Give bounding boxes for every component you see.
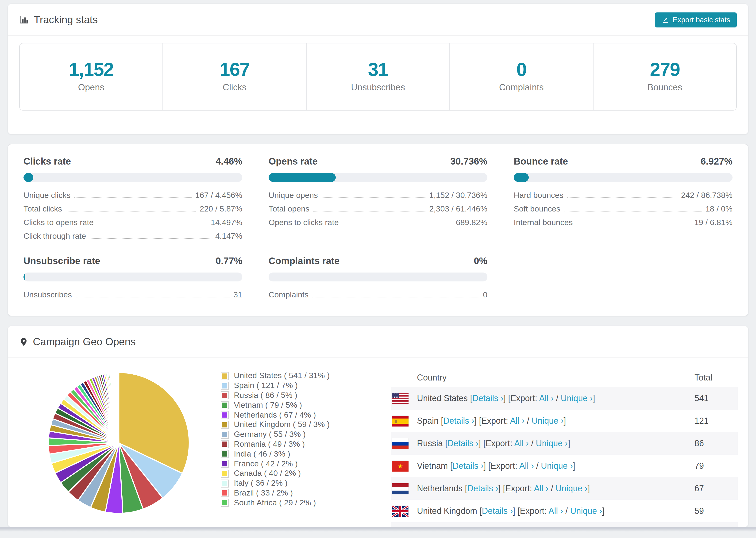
stat-row-label: Total clicks xyxy=(24,204,62,214)
legend-label: Vietnam ( 79 / 5% ) xyxy=(234,401,302,410)
stat-row-value: 1,152 / 30.736% xyxy=(429,191,487,200)
legend-swatch-color xyxy=(222,383,227,388)
bracket: [ xyxy=(450,461,453,470)
legend-swatch xyxy=(221,450,229,458)
details-link[interactable]: Details › xyxy=(453,461,483,470)
pie-slice-other-43 xyxy=(119,372,119,443)
export-all-link[interactable]: All › xyxy=(514,439,529,448)
legend-swatch-color xyxy=(222,393,227,398)
legend-swatch xyxy=(221,470,229,478)
bracket: ] xyxy=(564,416,566,425)
export-unique-link[interactable]: Unique › xyxy=(531,416,564,425)
summary-label-opens: Opens xyxy=(20,82,163,93)
legend-swatch-color xyxy=(222,403,227,408)
export-label: [Export: xyxy=(488,461,519,470)
bracket: ] xyxy=(474,416,479,425)
summary-cell-opens: 1,152Opens xyxy=(20,43,163,110)
rate-title-label: Unsubscribe rate xyxy=(24,255,100,266)
details-link[interactable]: Details › xyxy=(472,394,503,403)
stat-row-value: 689.82% xyxy=(456,218,487,228)
rate-rows: Unsubscribes31 xyxy=(24,286,242,300)
legend-swatch-color xyxy=(222,412,227,418)
geo-country-table: CountryTotalUnited States [Details ›] [E… xyxy=(391,368,738,527)
export-unique-link[interactable]: Unique › xyxy=(561,394,593,403)
bracket: ] xyxy=(568,439,570,448)
export-all-link[interactable]: All › xyxy=(549,506,563,515)
rate-rows: Hard bounces242 / 86.738%Soft bounces18 … xyxy=(514,187,732,228)
dotted-leader xyxy=(90,238,211,239)
export-basic-stats-button[interactable]: Export basic stats xyxy=(655,12,737,27)
summary-label-unsubscribes: Unsubscribes xyxy=(307,82,450,93)
stat-row-value: 14.497% xyxy=(211,218,242,228)
progress-bar xyxy=(24,273,242,282)
export-unique-link[interactable]: Unique › xyxy=(556,484,587,493)
rate-title-label: Opens rate xyxy=(269,156,318,167)
bracket: [ xyxy=(445,439,448,448)
rate-rows: Unique clicks167 / 4.456%Total clicks220… xyxy=(24,187,242,241)
legend-swatch xyxy=(221,421,229,429)
table-cell-flag xyxy=(391,393,417,404)
rate-head-unsubscribe-rate: Unsubscribe rate0.77% xyxy=(24,255,242,266)
details-link[interactable]: Details › xyxy=(448,439,478,448)
progress-bar xyxy=(269,273,487,282)
stat-row-value: 242 / 86.738% xyxy=(681,191,732,200)
table-row-spain: Spain [Details ›] [Export: All › / Uniqu… xyxy=(391,409,738,432)
rate-title-label: Clicks rate xyxy=(24,156,71,167)
export-unique-link[interactable]: Unique › xyxy=(536,439,568,448)
geo-pie-legend: United States ( 541 / 31% )Spain ( 121 /… xyxy=(221,371,376,508)
progress-bar xyxy=(24,173,242,182)
summary-value-bounces: 279 xyxy=(593,59,736,79)
stat-row-complaints: Complaints0 xyxy=(269,286,487,300)
country-name: Netherlands xyxy=(417,484,465,493)
country-name: United Kingdom xyxy=(417,506,479,515)
legend-item-germany: Germany ( 55 / 3% ) xyxy=(221,430,376,440)
export-label: [Export: xyxy=(508,394,539,403)
legend-label: United States ( 541 / 31% ) xyxy=(234,371,330,381)
flag-spain xyxy=(392,415,408,426)
legend-swatch xyxy=(221,440,229,448)
country-name: Vietnam xyxy=(417,461,450,470)
legend-label: Russia ( 86 / 5% ) xyxy=(234,391,297,400)
summary-cell-complaints: 0Complaints xyxy=(450,43,593,110)
table-cell-flag xyxy=(391,483,417,494)
table-row-germany: Germany [Details ›] [Export: All › / Uni… xyxy=(391,522,738,527)
legend-swatch-color xyxy=(222,422,227,427)
details-link[interactable]: Details › xyxy=(443,416,474,425)
country-name: Spain xyxy=(417,416,441,425)
rate-block-unsubscribe-rate: Unsubscribe rate0.77%Unsubscribes31 xyxy=(24,255,242,300)
export-all-link[interactable]: All › xyxy=(539,394,554,403)
legend-item-russia: Russia ( 86 / 5% ) xyxy=(221,391,376,401)
legend-item-netherlands: Netherlands ( 67 / 4% ) xyxy=(221,410,376,420)
rate-title-label: Bounce rate xyxy=(514,156,568,167)
slash: / xyxy=(524,416,531,425)
export-label: [Export: xyxy=(483,439,514,448)
stat-row-total-opens: Total opens2,303 / 61.446% xyxy=(269,200,487,214)
export-unique-link[interactable]: Unique › xyxy=(541,461,573,470)
legend-swatch xyxy=(221,479,229,487)
export-all-link[interactable]: All › xyxy=(510,416,524,425)
table-row-united-states: United States [Details ›] [Export: All ›… xyxy=(391,387,738,409)
dotted-leader xyxy=(576,225,690,225)
stat-row-label: Internal bounces xyxy=(514,218,573,228)
legend-swatch-color xyxy=(222,461,227,466)
export-unique-link[interactable]: Unique › xyxy=(570,506,602,515)
legend-item-france: France ( 42 / 2% ) xyxy=(221,459,376,469)
legend-item-brazil: Brazil ( 33 / 2% ) xyxy=(221,488,376,498)
details-link[interactable]: Details › xyxy=(482,506,513,515)
geo-opens-card: Campaign Geo Opens United States ( 541 /… xyxy=(8,326,748,527)
bracket: ] xyxy=(478,439,483,448)
rates-card: Clicks rate4.46%Unique clicks167 / 4.456… xyxy=(8,144,748,316)
rates-grid: Clicks rate4.46%Unique clicks167 / 4.456… xyxy=(24,156,732,300)
bracket: [ xyxy=(470,394,472,403)
details-link[interactable]: Details › xyxy=(467,484,498,493)
dotted-leader xyxy=(564,211,702,211)
export-all-link[interactable]: All › xyxy=(534,484,549,493)
export-all-link[interactable]: All › xyxy=(519,461,534,470)
stat-row-label: Total opens xyxy=(269,204,309,214)
legend-swatch-color xyxy=(222,452,227,457)
legend-swatch xyxy=(221,382,229,390)
rate-value: 4.46% xyxy=(216,156,242,167)
table-cell-country: Spain [Details ›] [Export: All › / Uniqu… xyxy=(417,416,694,426)
stat-row-value: 220 / 5.87% xyxy=(200,204,243,214)
legend-label: United Kingdom ( 59 / 3% ) xyxy=(234,420,330,430)
